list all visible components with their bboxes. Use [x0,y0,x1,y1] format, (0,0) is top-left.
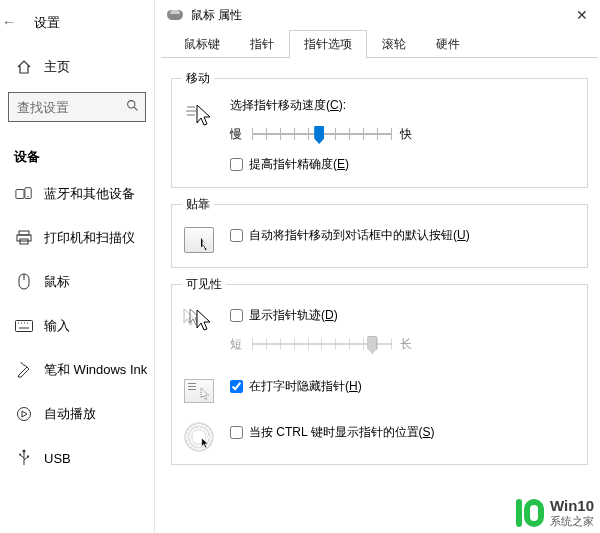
ctrl-locate-checkbox[interactable]: 当按 CTRL 键时显示指针的位置(S) [230,424,577,441]
settings-header: ← 设置 [0,0,154,46]
svg-rect-6 [17,235,31,241]
tab-pointer-options[interactable]: 指针选项 [289,30,367,59]
sidebar-item-label: 笔和 Windows Ink [44,361,147,379]
dialog-title: 鼠标 属性 [191,7,242,24]
trail-short-label: 短 [230,336,244,353]
sidebar-item-label: 主页 [44,58,70,76]
group-motion: 移动 选择指针移动速度(C): 慢 [171,70,588,188]
dialog-tabs: 鼠标键 指针 指针选项 滚轮 硬件 [159,30,600,58]
tab-hardware[interactable]: 硬件 [421,30,475,58]
ctrl-locate-input[interactable] [230,426,243,439]
autoplay-icon [14,406,34,422]
settings-title: 设置 [34,14,60,32]
pointer-trail-checkbox[interactable]: 显示指针轨迹(D) [230,307,577,324]
sidebar-item-usb[interactable]: USB [0,436,154,480]
tab-wheel[interactable]: 滚轮 [367,30,421,58]
search-input[interactable] [15,99,122,116]
snap-to-input[interactable] [230,229,243,242]
mouse-device-icon [167,10,183,20]
home-icon [14,59,34,75]
snap-to-icon [182,223,216,257]
dialog-body: 移动 选择指针移动速度(C): 慢 [159,58,600,477]
watermark-line2: 系统之家 [550,515,594,527]
group-motion-legend: 移动 [182,70,214,87]
hide-pointer-typing-checkbox[interactable]: 在打字时隐藏指针(H) [230,378,577,395]
bluetooth-devices-icon [14,186,34,202]
snap-to-label: 自动将指针移动到对话框中的默认按钮(U) [249,227,470,244]
sidebar-item-home[interactable]: 主页 [0,46,154,88]
enhance-precision-label: 提高指针精确度(E) [249,156,349,173]
back-icon[interactable]: ← [0,14,16,30]
svg-line-1 [134,107,137,110]
trail-long-label: 长 [400,336,414,353]
tab-pointers[interactable]: 指针 [235,30,289,58]
sidebar-item-label: 自动播放 [44,405,96,423]
watermark: Win10 系统之家 [516,498,594,527]
search-box[interactable] [8,92,146,122]
search-icon [126,99,139,115]
sidebar-item-printers[interactable]: 打印机和扫描仪 [0,216,154,260]
group-snap-legend: 贴靠 [182,196,214,213]
svg-rect-5 [19,231,29,235]
pointer-speed-icon [182,97,216,131]
sidebar-item-label: 蓝牙和其他设备 [44,185,135,203]
mouse-properties-dialog: 鼠标 属性 ✕ 鼠标键 指针 指针选项 滚轮 硬件 移动 [159,0,600,533]
group-visibility: 可见性 显示指针轨迹(D) [171,276,588,465]
svg-marker-17 [22,411,27,417]
pointer-trail-thumb [367,336,377,354]
sidebar-item-mouse[interactable]: 鼠标 [0,260,154,304]
hide-pointer-typing-input[interactable] [230,380,243,393]
svg-point-16 [18,408,31,421]
watermark-text: Win10 系统之家 [550,498,594,527]
svg-point-0 [128,101,135,108]
section-devices-header: 设备 [0,140,154,172]
pointer-speed-thumb[interactable] [314,126,324,144]
enhance-precision-input[interactable] [230,158,243,171]
keyboard-icon [14,320,34,332]
settings-sidebar: ← 设置 主页 设备 蓝牙和其他设备 打印机和扫描仪 鼠标 [0,0,155,533]
sidebar-item-autoplay[interactable]: 自动播放 [0,392,154,436]
hide-pointer-typing-label: 在打字时隐藏指针(H) [249,378,362,395]
svg-rect-10 [16,321,33,332]
sidebar-item-pen[interactable]: 笔和 Windows Ink [0,348,154,392]
svg-point-4 [27,196,28,197]
printer-icon [14,230,34,246]
pointer-trail-label: 显示指针轨迹(D) [249,307,338,324]
pointer-speed-slider[interactable]: 慢 快 [230,124,577,144]
sidebar-item-label: 鼠标 [44,273,70,291]
mouse-icon [14,273,34,291]
tab-buttons[interactable]: 鼠标键 [169,30,235,58]
sidebar-item-bluetooth[interactable]: 蓝牙和其他设备 [0,172,154,216]
svg-point-19 [23,450,26,453]
sidebar-item-label: 输入 [44,317,70,335]
pointer-trail-icon [182,303,216,337]
enhance-precision-checkbox[interactable]: 提高指针精确度(E) [230,156,577,173]
hide-pointer-typing-icon [182,374,216,408]
dialog-titlebar: 鼠标 属性 ✕ [159,0,600,30]
sidebar-item-typing[interactable]: 输入 [0,304,154,348]
svg-point-20 [19,454,21,456]
pointer-speed-label: 选择指针移动速度(C): [230,97,577,114]
pointer-trail-slider: 短 长 [230,334,577,354]
close-icon[interactable]: ✕ [572,7,592,23]
watermark-line1: Win10 [550,498,594,515]
usb-icon [14,449,34,467]
slider-slow-label: 慢 [230,126,244,143]
snap-to-checkbox[interactable]: 自动将指针移动到对话框中的默认按钮(U) [230,227,577,244]
slider-fast-label: 快 [400,126,414,143]
watermark-logo-icon [516,499,544,527]
group-visibility-legend: 可见性 [182,276,226,293]
ctrl-locate-label: 当按 CTRL 键时显示指针的位置(S) [249,424,435,441]
pointer-trail-input[interactable] [230,309,243,322]
sidebar-item-label: USB [44,451,71,466]
svg-rect-2 [16,190,24,199]
svg-rect-21 [27,456,29,458]
ctrl-locate-icon [182,420,216,454]
group-snap: 贴靠 自动将指针移动到对话框中的默认按钮(U) [171,196,588,268]
sidebar-item-label: 打印机和扫描仪 [44,229,135,247]
pen-icon [14,362,34,378]
